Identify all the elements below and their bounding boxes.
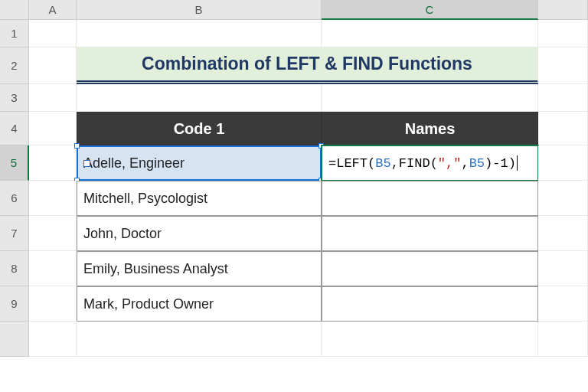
cell-c9[interactable] <box>322 286 538 322</box>
cell-b8[interactable]: Emily, Business Analyst <box>77 251 322 286</box>
formula-token: B5 <box>375 156 390 171</box>
row-header-2[interactable]: 2 <box>0 47 29 84</box>
cell-d8[interactable] <box>538 251 588 286</box>
row-header-7[interactable]: 7 <box>0 216 29 251</box>
cell-b7[interactable]: John, Doctor <box>77 216 322 251</box>
cell-a6[interactable] <box>29 181 77 216</box>
formula-token: )-1) <box>485 156 516 171</box>
cell-a1[interactable] <box>29 20 77 47</box>
cell-d9[interactable] <box>538 286 588 322</box>
cell-a10[interactable] <box>29 322 77 357</box>
header-code[interactable]: Code 1 <box>77 112 322 145</box>
header-names[interactable]: Names <box>322 112 538 145</box>
cell-c8[interactable] <box>322 251 538 286</box>
row-header-3[interactable]: 3 <box>0 84 29 112</box>
cell-b10[interactable] <box>77 322 322 357</box>
cell-d3[interactable] <box>538 84 588 112</box>
col-header-a[interactable]: A <box>29 0 77 20</box>
column-headers: A B C <box>29 0 588 20</box>
formula-token: =LEFT( <box>328 156 375 171</box>
cell-b5[interactable]: Adelle, Engineer <box>77 145 322 181</box>
cell-d2[interactable] <box>538 47 588 84</box>
cell-c3[interactable] <box>322 84 538 112</box>
cell-c10[interactable] <box>322 322 538 357</box>
formula-token: B5 <box>469 156 485 171</box>
row-headers: 1 2 3 4 5 6 7 8 9 <box>0 20 29 357</box>
cell-c6[interactable] <box>322 181 538 216</box>
cell-c1[interactable] <box>322 20 538 47</box>
col-header-b[interactable]: B <box>77 0 322 20</box>
cell-d7[interactable] <box>538 216 588 251</box>
cell-d10[interactable] <box>538 322 588 357</box>
row-header-5[interactable]: 5 <box>0 145 29 181</box>
cell-a9[interactable] <box>29 286 77 322</box>
cell-b9[interactable]: Mark, Product Owner <box>77 286 322 322</box>
title-cell[interactable]: Combination of LEFT & FIND Functions <box>77 47 538 84</box>
range-handle-icon[interactable] <box>74 143 80 149</box>
col-header-d[interactable] <box>538 0 588 20</box>
cell-c7[interactable] <box>322 216 538 251</box>
text-cursor-icon <box>517 155 518 171</box>
row-header-4[interactable]: 4 <box>0 112 29 145</box>
row-header-6[interactable]: 6 <box>0 181 29 216</box>
cell-a3[interactable] <box>29 84 77 112</box>
cell-b3[interactable] <box>77 84 322 112</box>
cell-a4[interactable] <box>29 112 77 145</box>
cell-c5-editing[interactable]: =LEFT(B5,FIND(",",B5)-1) <box>322 145 538 181</box>
row-header-9[interactable]: 9 <box>0 286 29 322</box>
cell-a2[interactable] <box>29 47 77 84</box>
formula-token: "," <box>438 156 462 171</box>
row-header-1[interactable]: 1 <box>0 20 29 47</box>
cell-d1[interactable] <box>538 20 588 47</box>
cell-a7[interactable] <box>29 216 77 251</box>
row-header-10[interactable] <box>0 322 29 357</box>
cell-a8[interactable] <box>29 251 77 286</box>
cell-d4[interactable] <box>538 112 588 145</box>
cell-d6[interactable] <box>538 181 588 216</box>
formula-token: , <box>461 156 469 171</box>
cell-a5[interactable] <box>29 145 77 181</box>
row-header-8[interactable]: 8 <box>0 251 29 286</box>
cell-b5-text: Adelle, Engineer <box>83 155 185 172</box>
col-header-c[interactable]: C <box>322 0 538 20</box>
cell-grid: Combination of LEFT & FIND Functions Cod… <box>29 20 588 357</box>
formula-token: ,FIND( <box>391 156 438 171</box>
select-all-corner[interactable] <box>0 0 29 20</box>
cell-b6[interactable]: Mitchell, Psycologist <box>77 181 322 216</box>
cell-d5[interactable] <box>538 145 588 181</box>
cell-b1[interactable] <box>77 20 322 47</box>
